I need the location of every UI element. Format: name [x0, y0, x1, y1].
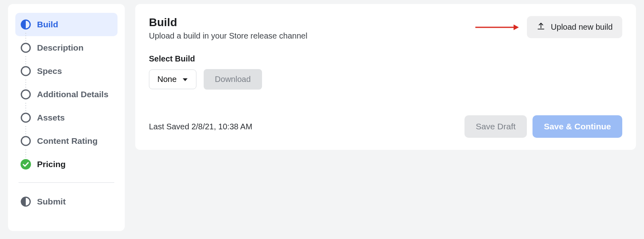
- sidebar-item-label: Build: [37, 20, 58, 29]
- sidebar-item-label: Description: [37, 43, 84, 53]
- sidebar-item-label: Assets: [37, 113, 65, 123]
- svg-point-2: [21, 67, 30, 76]
- check-circle-icon: [20, 159, 31, 170]
- empty-circle-icon: [20, 112, 31, 123]
- page-description: Upload a build in your Store release cha…: [149, 31, 308, 41]
- footer-row: Last Saved 2/8/21, 10:38 AM Save Draft S…: [149, 115, 622, 138]
- sidebar-item-label: Specs: [37, 66, 62, 76]
- sidebar-divider: [19, 182, 114, 183]
- empty-circle-icon: [20, 89, 31, 100]
- select-build-dropdown[interactable]: None: [149, 69, 196, 89]
- caret-down-icon: [182, 75, 188, 84]
- arrow-annotation-icon: [475, 23, 520, 33]
- page-title: Build: [149, 16, 308, 29]
- sidebar-item-label: Submit: [37, 197, 66, 206]
- sidebar-item-label: Additional Details: [37, 90, 108, 99]
- upload-icon: [537, 22, 545, 33]
- sidebar-item-build[interactable]: Build: [15, 13, 118, 36]
- sidebar-item-description[interactable]: Description: [15, 36, 118, 59]
- upload-new-build-button[interactable]: Upload new build: [527, 16, 622, 38]
- sidebar-item-submit[interactable]: Submit: [15, 190, 118, 213]
- empty-circle-icon: [20, 135, 31, 147]
- sidebar-item-pricing[interactable]: Pricing: [15, 153, 118, 176]
- svg-point-3: [21, 90, 30, 99]
- sidebar-item-label: Content Rating: [37, 136, 97, 146]
- sidebar-item-content-rating[interactable]: Content Rating: [15, 129, 118, 153]
- half-circle-icon: [20, 19, 31, 30]
- half-circle-icon: [20, 196, 31, 207]
- select-build-label: Select Build: [149, 54, 622, 63]
- select-value: None: [157, 75, 177, 84]
- empty-circle-icon: [20, 65, 31, 77]
- header-row: Build Upload a build in your Store relea…: [149, 16, 622, 41]
- svg-point-4: [21, 113, 30, 122]
- save-draft-button[interactable]: Save Draft: [464, 115, 527, 138]
- svg-point-1: [21, 43, 30, 52]
- svg-point-5: [21, 137, 30, 145]
- footer-buttons: Save Draft Save & Continue: [464, 115, 622, 138]
- header-text: Build Upload a build in your Store relea…: [149, 16, 308, 41]
- sidebar-item-additional-details[interactable]: Additional Details: [15, 83, 118, 106]
- upload-button-label: Upload new build: [551, 22, 613, 32]
- last-saved-text: Last Saved 2/8/21, 10:38 AM: [149, 122, 252, 131]
- sidebar-item-specs[interactable]: Specs: [15, 59, 118, 83]
- sidebar: Build Description Specs Additional Detai…: [8, 4, 125, 231]
- empty-circle-icon: [20, 42, 31, 53]
- controls-row: None Download: [149, 69, 622, 90]
- download-button[interactable]: Download: [204, 69, 262, 90]
- sidebar-item-assets[interactable]: Assets: [15, 106, 118, 129]
- main-panel: Build Upload a build in your Store relea…: [135, 4, 636, 150]
- save-continue-button[interactable]: Save & Continue: [533, 115, 622, 138]
- svg-point-6: [21, 159, 31, 170]
- sidebar-item-label: Pricing: [37, 159, 66, 169]
